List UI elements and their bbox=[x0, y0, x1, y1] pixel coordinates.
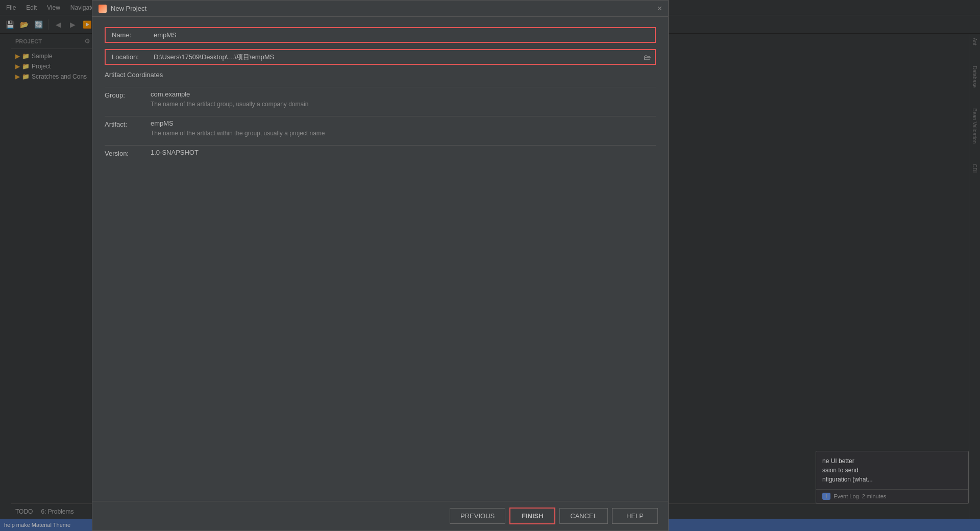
notification-footer: 1 Event Log 2 minutes bbox=[816, 489, 968, 503]
location-field-row: Location: 🗁 bbox=[105, 49, 656, 65]
group-value: com.example bbox=[151, 90, 656, 98]
finish-button[interactable]: FINISH bbox=[509, 508, 555, 524]
ide-background: File Edit View Navigate 💾 📂 🔄 ◀ ▶ ▶️ Pro… bbox=[0, 0, 980, 531]
dialog-body: Name: Location: 🗁 Artifact Coordinates G… bbox=[92, 17, 668, 501]
artifact-content: empMS The name of the artifact within th… bbox=[151, 119, 656, 137]
version-value: 1.0-SNAPSHOT bbox=[151, 149, 656, 156]
artifact-row: Artifact: empMS The name of the artifact… bbox=[105, 119, 656, 137]
name-field-row: Name: bbox=[105, 27, 656, 43]
previous-button[interactable]: PREVIOUS bbox=[450, 508, 505, 524]
group-label: Group: bbox=[105, 90, 151, 99]
location-label: Location: bbox=[106, 50, 152, 64]
intellij-logo-icon bbox=[99, 5, 107, 13]
event-log-label[interactable]: Event Log bbox=[834, 493, 859, 499]
browse-icon[interactable]: 🗁 bbox=[640, 51, 655, 63]
artifact-value: empMS bbox=[151, 119, 656, 127]
help-button[interactable]: HELP bbox=[612, 508, 658, 524]
divider-1 bbox=[105, 87, 656, 87]
notification-time: 2 minutes bbox=[862, 493, 887, 499]
section-title: Artifact Coordinates bbox=[105, 71, 656, 79]
dialog-footer: PREVIOUS FINISH CANCEL HELP bbox=[92, 501, 668, 530]
notification-text: ne UI betterssion to sendnfiguration (wh… bbox=[822, 457, 873, 483]
group-hint: The name of the artifact group, usually … bbox=[151, 101, 309, 108]
dialog-title-container: New Project bbox=[99, 5, 146, 13]
notification-content: ne UI betterssion to sendnfiguration (wh… bbox=[816, 451, 968, 489]
artifact-hint: The name of the artifact within the grou… bbox=[151, 130, 325, 137]
dialog-titlebar: New Project × bbox=[92, 1, 668, 17]
name-label: Name: bbox=[106, 28, 152, 42]
version-content: 1.0-SNAPSHOT bbox=[151, 149, 656, 158]
divider-2 bbox=[105, 116, 656, 116]
divider-3 bbox=[105, 145, 656, 146]
location-input[interactable] bbox=[152, 50, 640, 64]
group-row: Group: com.example The name of the artif… bbox=[105, 90, 656, 108]
group-content: com.example The name of the artifact gro… bbox=[151, 90, 656, 108]
cancel-button[interactable]: CANCEL bbox=[559, 508, 608, 524]
version-row: Version: 1.0-SNAPSHOT bbox=[105, 149, 656, 158]
name-input[interactable] bbox=[152, 28, 655, 42]
new-project-dialog: New Project × Name: Location: 🗁 Artifact… bbox=[92, 0, 669, 531]
notification-panel: ne UI betterssion to sendnfiguration (wh… bbox=[816, 451, 969, 503]
artifact-label: Artifact: bbox=[105, 119, 151, 128]
close-icon[interactable]: × bbox=[657, 5, 662, 13]
version-label: Version: bbox=[105, 149, 151, 157]
dialog-title-text: New Project bbox=[111, 5, 146, 12]
notification-badge: 1 bbox=[822, 493, 830, 500]
